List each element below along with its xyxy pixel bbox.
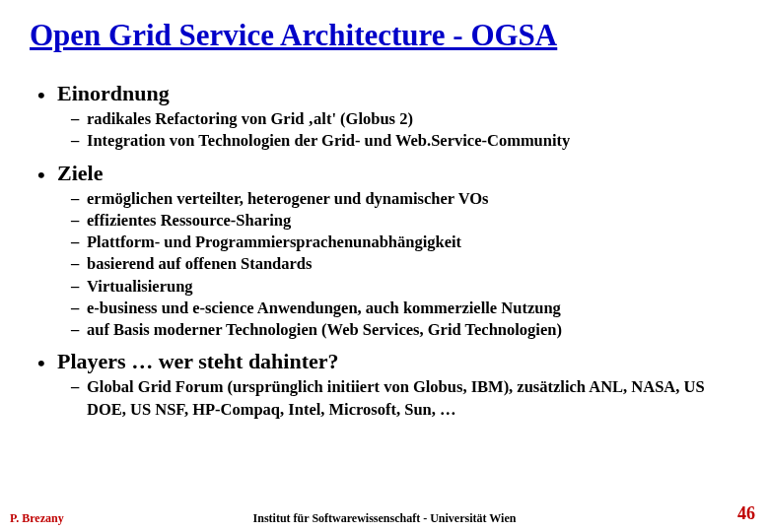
list-item: Integration von Technologien der Grid- u… bbox=[71, 130, 739, 152]
footer-institute: Institut für Softwarewissenschaft - Univ… bbox=[0, 511, 769, 526]
list-item: Virtualisierung bbox=[71, 276, 739, 298]
list-item: basierend auf offenen Standards bbox=[71, 253, 739, 275]
sub-list: radikales Refactoring von Grid ‚alt' (Gl… bbox=[57, 108, 739, 153]
section-einordnung: Einordnung radikales Refactoring von Gri… bbox=[37, 81, 739, 153]
list-item: Plattform- und Programmiersprachenunabhä… bbox=[71, 232, 739, 253]
section-heading: Ziele bbox=[57, 161, 103, 185]
list-item: radikales Refactoring von Grid ‚alt' (Gl… bbox=[71, 108, 739, 130]
sub-list: Global Grid Forum (ursprünglich initiier… bbox=[57, 376, 739, 421]
footer-page-number: 46 bbox=[737, 503, 755, 524]
list-item: effizientes Ressource-Sharing bbox=[71, 210, 739, 232]
list-item: Global Grid Forum (ursprünglich initiier… bbox=[71, 376, 739, 421]
section-players: Players … wer steht dahinter? Global Gri… bbox=[37, 349, 739, 421]
section-heading: Players … wer steht dahinter? bbox=[57, 349, 339, 373]
list-item: ermöglichen verteilter, heterogener und … bbox=[71, 188, 739, 210]
section-heading: Einordnung bbox=[57, 81, 170, 105]
sub-list: ermöglichen verteilter, heterogener und … bbox=[57, 188, 739, 342]
main-list: Einordnung radikales Refactoring von Gri… bbox=[30, 81, 739, 421]
list-item: auf Basis moderner Technologien (Web Ser… bbox=[71, 319, 739, 341]
section-ziele: Ziele ermöglichen verteilter, heterogene… bbox=[37, 161, 739, 342]
list-item: e-business und e-science Anwendungen, au… bbox=[71, 298, 739, 319]
slide-title: Open Grid Service Architecture - OGSA bbox=[30, 18, 739, 53]
